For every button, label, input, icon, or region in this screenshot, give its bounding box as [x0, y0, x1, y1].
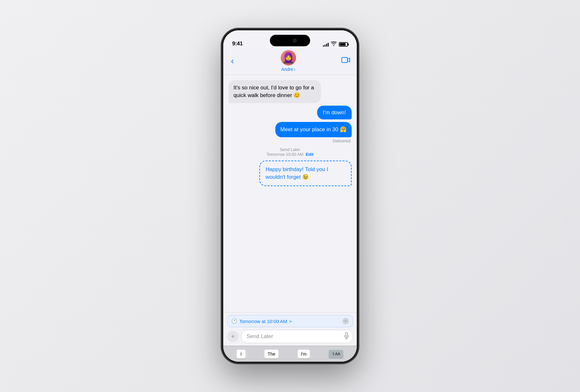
- messages-area: It's so nice out, I'd love to go for a q…: [223, 75, 357, 312]
- keyboard: I The I'm ⇧AA: [223, 346, 357, 362]
- front-camera: [293, 39, 297, 42]
- schedule-pill[interactable]: 🕐 Tomorrow at 10:00 AM > ×: [227, 315, 353, 327]
- key-im[interactable]: I'm: [298, 350, 310, 358]
- scene: 9:41: [0, 0, 580, 392]
- signal-bar-3: [326, 44, 327, 47]
- schedule-pill-close-button[interactable]: ×: [342, 318, 349, 324]
- message-input[interactable]: Send Later: [241, 330, 353, 343]
- mic-icon[interactable]: [344, 332, 349, 341]
- avatar: 🧕: [281, 50, 296, 65]
- schedule-pill-info: 🕐 Tomorrow at 10:00 AM >: [231, 318, 292, 324]
- status-icons: [323, 41, 348, 47]
- signal-bar-1: [323, 45, 324, 47]
- dynamic-island: [270, 35, 310, 46]
- compose-input-wrapper: Send Later: [241, 330, 353, 343]
- signal-bar-2: [324, 45, 325, 47]
- wifi-icon: [331, 41, 337, 47]
- back-button[interactable]: ‹: [230, 55, 235, 67]
- phone-shell: 9:41: [221, 28, 359, 364]
- schedule-pill-label: Tomorrow at 10:00 AM >: [239, 319, 292, 324]
- message-sent-2: Meet at your place in 30 🤗: [275, 122, 352, 137]
- message-received-1: It's so nice out, I'd love to go for a q…: [228, 80, 321, 103]
- signal-icon: [323, 42, 329, 47]
- video-call-button[interactable]: [341, 57, 350, 65]
- status-time: 9:41: [232, 41, 243, 47]
- send-later-info: Send Later Tomorrow 10:00 AM Edit: [266, 147, 313, 157]
- contact-name: Andre: [281, 67, 293, 72]
- delivered-status: Delivered: [333, 139, 350, 143]
- compose-row: + Send Later: [227, 330, 353, 343]
- edit-send-later[interactable]: Edit: [306, 152, 314, 157]
- navigation-bar: ‹ 🧕 Andre ›: [223, 49, 357, 75]
- battery-icon: [339, 42, 348, 47]
- schedule-chevron: >: [289, 319, 292, 324]
- battery-level: [340, 43, 346, 46]
- signal-bar-4: [328, 43, 329, 47]
- compose-area: 🕐 Tomorrow at 10:00 AM > × +: [223, 312, 357, 346]
- compose-placeholder: Send Later: [247, 333, 273, 340]
- svg-rect-1: [346, 333, 347, 336]
- spacer: [228, 189, 352, 191]
- phone-screen: 9:41: [223, 30, 357, 362]
- key-shift[interactable]: ⇧AA: [329, 350, 343, 358]
- key-i[interactable]: I: [237, 350, 246, 358]
- key-the[interactable]: The: [264, 350, 279, 358]
- message-scheduled: Happy birthday! Told you I wouldn't forg…: [259, 161, 352, 186]
- clock-icon: 🕐: [231, 318, 237, 324]
- contact-info[interactable]: 🧕 Andre ›: [281, 50, 296, 72]
- svg-rect-0: [342, 57, 347, 63]
- compose-plus-button[interactable]: +: [227, 331, 239, 342]
- message-sent-1: I'm down!: [317, 106, 352, 120]
- contact-chevron: ›: [294, 67, 295, 72]
